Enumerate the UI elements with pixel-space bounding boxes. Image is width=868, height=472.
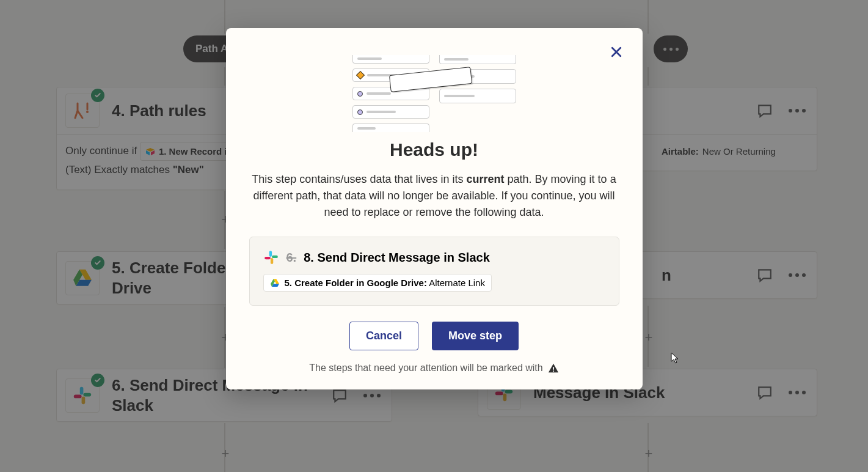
warning-icon <box>548 363 559 374</box>
modal-title: Heads up! <box>249 139 619 160</box>
cancel-button[interactable]: Cancel <box>349 322 418 350</box>
affected-field-token: 5. Create Folder in Google Drive: Altern… <box>263 274 492 292</box>
svg-rect-14 <box>270 258 272 264</box>
affected-step-title: 8. Send Direct Message in Slack <box>304 251 490 265</box>
affected-steps-box: 6. 8. Send Direct Message in Slack 5. Cr… <box>249 237 619 306</box>
heads-up-modal: Heads up! This step contains/uses data t… <box>226 28 643 389</box>
move-step-button[interactable]: Move step <box>432 322 519 350</box>
google-drive-icon <box>270 278 280 288</box>
modal-overlay: Heads up! This step contains/uses data t… <box>0 0 868 472</box>
svg-rect-12 <box>269 251 271 257</box>
svg-rect-15 <box>264 257 271 259</box>
move-step-illustration <box>249 46 619 132</box>
svg-rect-17 <box>553 371 554 372</box>
svg-rect-13 <box>272 256 278 258</box>
slack-icon <box>263 249 279 265</box>
old-step-number: 6. <box>286 251 297 265</box>
modal-footer-note: The steps that need your attention will … <box>249 363 619 374</box>
modal-description: This step contains/uses data that lives … <box>249 171 619 221</box>
svg-rect-16 <box>553 367 554 370</box>
